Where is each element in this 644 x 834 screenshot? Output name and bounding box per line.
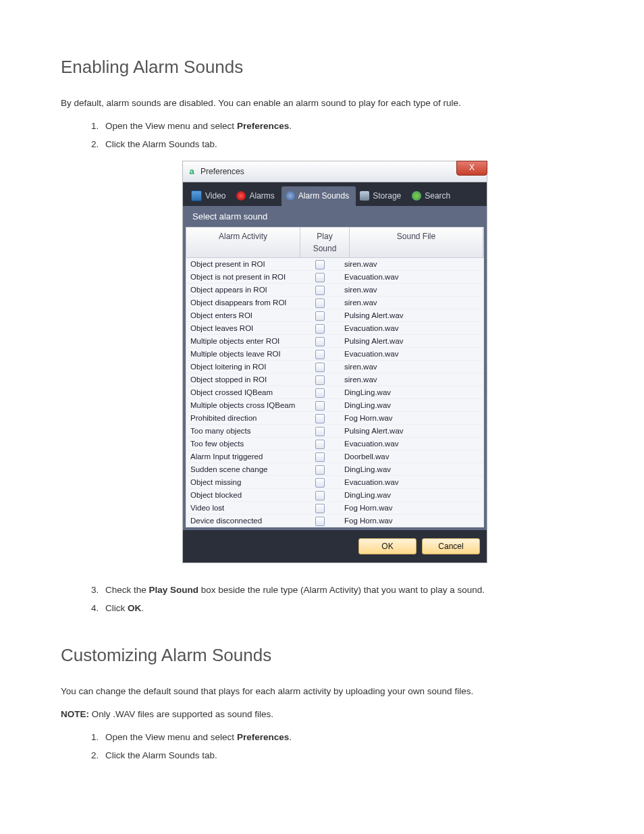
tab-video[interactable]: Video — [187, 186, 232, 206]
alarm-sound-table: Alarm Activity Play Sound Sound File Obj… — [186, 227, 484, 527]
play-sound-checkbox[interactable] — [315, 401, 325, 411]
table-row[interactable]: Object missingEvacuation.wav — [186, 476, 484, 489]
table-row[interactable]: Too many objectsPulsing Alert.wav — [186, 425, 484, 438]
step-bold: Play Sound — [149, 585, 199, 595]
cell-play — [300, 502, 340, 514]
cell-sound-file: siren.wav — [340, 259, 483, 270]
tab-search[interactable]: Search — [408, 186, 457, 206]
table-row[interactable]: Alarm Input triggeredDoorbell.wav — [186, 450, 484, 463]
play-sound-checkbox[interactable] — [315, 337, 325, 346]
play-sound-checkbox[interactable] — [315, 286, 325, 295]
cell-activity: Object is not present in ROI — [186, 271, 300, 283]
play-sound-checkbox[interactable] — [315, 298, 325, 308]
cell-play — [300, 271, 340, 283]
tab-alarm-sounds[interactable]: Alarm Sounds — [281, 186, 356, 206]
play-sound-checkbox[interactable] — [315, 363, 325, 372]
cell-sound-file: Evacuation.wav — [340, 438, 483, 450]
table-row[interactable]: Prohibited directionFog Horn.wav — [186, 412, 484, 425]
table-row[interactable]: Object appears in ROIsiren.wav — [186, 284, 484, 296]
play-sound-checkbox[interactable] — [315, 440, 325, 449]
dialog-footer: OK Cancel — [183, 530, 487, 563]
tab-label: Video — [205, 190, 225, 202]
cell-sound-file: Doorbell.wav — [340, 451, 483, 463]
app-icon: a — [187, 167, 196, 176]
cell-sound-file: Fog Horn.wav — [340, 502, 483, 514]
play-sound-checkbox[interactable] — [315, 504, 325, 513]
cell-activity: Object disappears from ROI — [186, 297, 300, 309]
cell-play — [300, 438, 340, 450]
step-text: Open the View menu and select — [105, 121, 237, 131]
table-row[interactable]: Object present in ROIsiren.wav — [186, 258, 484, 271]
table-row[interactable]: Sudden scene changeDingLing.wav — [186, 463, 484, 476]
storage-icon — [360, 191, 369, 201]
play-sound-checkbox[interactable] — [315, 491, 325, 500]
cell-play — [300, 413, 340, 424]
cell-activity: Object blocked — [186, 490, 300, 501]
table-row[interactable]: Object disappears from ROIsiren.wav — [186, 296, 484, 309]
table-row[interactable]: Video lostFog Horn.wav — [186, 502, 484, 515]
table-row[interactable]: Multiple objects leave ROIEvacuation.wav — [186, 348, 484, 361]
bell-icon — [236, 191, 246, 201]
table-row[interactable]: Object blockedDingLing.wav — [186, 489, 484, 502]
play-sound-checkbox[interactable] — [315, 465, 325, 475]
note-text: Only .WAV files are supported as sound f… — [89, 709, 273, 719]
table-row[interactable]: Object stopped in ROIsiren.wav — [186, 373, 484, 386]
col-sound-file[interactable]: Sound File — [350, 228, 483, 257]
play-sound-checkbox[interactable] — [315, 375, 325, 385]
sound-icon — [286, 191, 295, 201]
col-alarm-activity[interactable]: Alarm Activity — [186, 228, 300, 257]
table-row[interactable]: Device disconnectedFog Horn.wav — [186, 515, 484, 527]
play-sound-checkbox[interactable] — [315, 350, 325, 359]
table-row[interactable]: Multiple objects enter ROIPulsing Alert.… — [186, 335, 484, 348]
cell-play — [300, 361, 340, 373]
cell-sound-file: Evacuation.wav — [340, 323, 483, 334]
col-play-sound[interactable]: Play Sound — [300, 228, 350, 257]
cell-sound-file: Fog Horn.wav — [340, 515, 483, 527]
play-sound-checkbox[interactable] — [315, 452, 325, 462]
play-sound-checkbox[interactable] — [315, 517, 325, 526]
cell-sound-file: siren.wav — [340, 374, 483, 386]
play-sound-checkbox[interactable] — [315, 427, 325, 436]
table-row[interactable]: Object is not present in ROIEvacuation.w… — [186, 271, 484, 284]
table-row[interactable]: Object crossed IQBeamDingLing.wav — [186, 386, 484, 399]
table-row[interactable]: Multiple objects cross IQBeamDingLing.wa… — [186, 399, 484, 412]
dialog-title: Preferences — [200, 165, 244, 178]
play-sound-checkbox[interactable] — [315, 414, 325, 423]
cell-activity: Multiple objects cross IQBeam — [186, 400, 300, 411]
tab-storage[interactable]: Storage — [356, 186, 408, 206]
table-row[interactable]: Too few objectsEvacuation.wav — [186, 438, 484, 450]
step-bold: Preferences — [237, 121, 289, 131]
section2-note: NOTE: Only .WAV files are supported as s… — [61, 708, 583, 721]
play-sound-checkbox[interactable] — [315, 324, 325, 334]
cell-activity: Device disconnected — [186, 515, 300, 527]
ok-button[interactable]: OK — [358, 538, 417, 554]
step-text: Check the — [105, 585, 149, 595]
cell-play — [300, 284, 340, 296]
table-row[interactable]: Object loitering in ROIsiren.wav — [186, 361, 484, 373]
search-icon — [412, 191, 421, 201]
play-sound-checkbox[interactable] — [315, 311, 325, 321]
step-bold: Preferences — [237, 732, 289, 742]
tab-alarms[interactable]: Alarms — [232, 186, 281, 206]
play-sound-checkbox[interactable] — [315, 273, 325, 282]
play-sound-checkbox[interactable] — [315, 478, 325, 488]
cell-play — [300, 374, 340, 386]
cell-play — [300, 336, 340, 347]
cell-sound-file: DingLing.wav — [340, 387, 483, 398]
cell-activity: Multiple objects leave ROI — [186, 348, 300, 360]
cell-activity: Sudden scene change — [186, 464, 300, 475]
section1-step-4: Click OK. — [101, 602, 583, 615]
play-sound-checkbox[interactable] — [315, 260, 325, 269]
cancel-button[interactable]: Cancel — [422, 538, 480, 554]
play-sound-checkbox[interactable] — [315, 388, 325, 398]
table-row[interactable]: Object leaves ROIEvacuation.wav — [186, 322, 484, 335]
table-row[interactable]: Object enters ROIPulsing Alert.wav — [186, 309, 484, 322]
cell-play — [300, 477, 340, 488]
cell-play — [300, 490, 340, 501]
cell-activity: Object present in ROI — [186, 259, 300, 270]
close-button[interactable]: X — [456, 161, 487, 176]
step-text: Click — [105, 603, 128, 613]
section1-step-3: Check the Play Sound box beside the rule… — [101, 583, 583, 597]
cell-play — [300, 387, 340, 398]
cell-play — [300, 323, 340, 334]
